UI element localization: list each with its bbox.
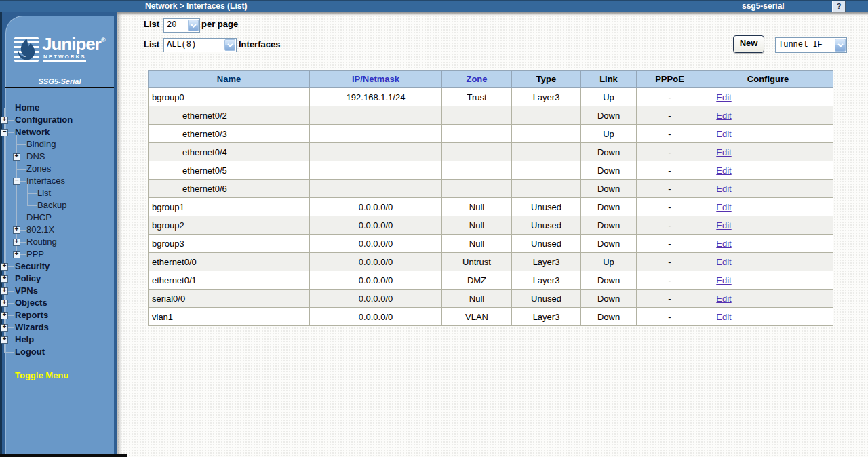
toggle-menu-link[interactable]: Toggle Menu xyxy=(15,370,68,380)
configure-blank-cell xyxy=(745,180,833,198)
sidebar-item-list[interactable]: List xyxy=(0,187,117,199)
expander-icon[interactable] xyxy=(1,336,8,344)
type-cell xyxy=(512,125,581,143)
ip-netmask-sort-link[interactable]: IP/Netmask xyxy=(352,74,399,84)
interface-filter-select[interactable]: ALL(8) xyxy=(163,38,237,52)
juniper-flame-icon xyxy=(14,37,39,62)
list-per-page-label: List xyxy=(144,19,159,29)
ip-netmask-cell: 0.0.0.0/0 xyxy=(310,235,442,253)
edit-link[interactable]: Edit xyxy=(716,275,731,285)
configure-cell: Edit xyxy=(703,143,745,161)
table-row-serial0-0: serial0/0 0.0.0.0/0 Null Unused Down - E… xyxy=(149,290,833,308)
interface-name-cell: ethernet0/3 xyxy=(149,125,310,143)
per-page-select[interactable]: 20 xyxy=(163,18,200,33)
sidebar-item-binding[interactable]: Binding xyxy=(0,138,117,151)
edit-link[interactable]: Edit xyxy=(716,257,731,267)
column-header-zone: Zone xyxy=(442,71,512,88)
type-cell: Layer3 xyxy=(512,271,581,290)
configure-blank-cell xyxy=(745,198,833,216)
sidebar-item-policy[interactable]: Policy xyxy=(0,273,117,285)
edit-link[interactable]: Edit xyxy=(716,220,731,231)
expander-icon[interactable] xyxy=(13,226,20,234)
configure-cell: Edit xyxy=(703,106,745,125)
link-status-cell: Down xyxy=(581,216,637,235)
chevron-down-icon xyxy=(224,39,235,51)
edit-link[interactable]: Edit xyxy=(716,165,731,176)
help-icon[interactable]: ? xyxy=(832,1,846,12)
configure-cell: Edit xyxy=(703,290,745,308)
interface-filter-value: ALL(8) xyxy=(167,40,223,49)
zone-cell xyxy=(442,106,512,125)
tunnel-if-select[interactable]: Tunnel IF xyxy=(775,37,847,53)
expander-icon[interactable] xyxy=(13,251,20,258)
expander-icon[interactable] xyxy=(13,239,20,246)
type-cell: Unused xyxy=(512,290,581,308)
link-status-cell: Down xyxy=(581,290,637,308)
expander-icon[interactable] xyxy=(1,287,8,295)
interface-name-cell: bgroup3 xyxy=(149,235,310,253)
sidebar-item-home[interactable]: Home xyxy=(0,102,117,114)
expander-icon[interactable] xyxy=(13,153,20,161)
expander-icon[interactable] xyxy=(1,300,8,307)
sidebar: Juniper® NETWORKS SSG5-Serial Home Confi… xyxy=(0,12,117,457)
link-status-cell: Down xyxy=(581,198,637,216)
configure-blank-cell xyxy=(745,271,833,290)
interface-name-cell: ethernet0/1 xyxy=(149,271,310,290)
brand-networks: NETWORKS xyxy=(43,54,86,62)
type-cell xyxy=(512,143,581,161)
configure-cell: Edit xyxy=(703,308,745,326)
expander-icon[interactable] xyxy=(1,129,8,136)
edit-link[interactable]: Edit xyxy=(716,184,731,194)
link-status-cell: Down xyxy=(581,271,637,290)
ip-netmask-cell xyxy=(310,161,442,180)
sidebar-item-zones[interactable]: Zones xyxy=(0,163,117,175)
sidebar-item-ppp[interactable]: PPP xyxy=(0,248,117,260)
ip-netmask-cell xyxy=(310,125,442,143)
zone-cell xyxy=(442,161,512,180)
zone-cell: Untrust xyxy=(442,253,512,271)
sidebar-item-dns[interactable]: DNS xyxy=(0,151,117,163)
edit-link[interactable]: Edit xyxy=(716,147,731,157)
pppoe-cell: - xyxy=(637,143,703,161)
link-status-cell: Up xyxy=(581,125,637,143)
interface-name-cell: ethernet0/5 xyxy=(149,161,310,180)
expander-icon[interactable] xyxy=(1,324,8,332)
column-header-configure: Configure xyxy=(703,71,833,88)
interface-name-cell: ethernet0/0 xyxy=(149,253,310,271)
sidebar-item-reports[interactable]: Reports xyxy=(0,309,117,321)
edit-link[interactable]: Edit xyxy=(716,312,731,322)
sidebar-item-interfaces[interactable]: Interfaces xyxy=(0,175,117,187)
breadcrumb: Network > Interfaces (List) xyxy=(145,1,247,11)
new-button[interactable]: New xyxy=(733,35,764,53)
configure-blank-cell xyxy=(745,308,833,326)
expander-icon[interactable] xyxy=(1,275,8,283)
sidebar-item-network[interactable]: Network xyxy=(0,126,117,138)
configure-cell: Edit xyxy=(703,88,745,106)
expander-icon[interactable] xyxy=(1,263,8,271)
edit-link[interactable]: Edit xyxy=(716,92,731,102)
edit-link[interactable]: Edit xyxy=(716,202,731,212)
table-row-ethernet0-0: ethernet0/0 0.0.0.0/0 Untrust Layer3 Up … xyxy=(149,253,833,271)
sidebar-item-dhcp[interactable]: DHCP xyxy=(0,212,117,224)
expander-icon[interactable] xyxy=(13,178,20,185)
sidebar-item-vpns[interactable]: VPNs xyxy=(0,285,117,297)
sidebar-item-8021x[interactable]: 802.1X xyxy=(0,224,117,236)
expander-icon[interactable] xyxy=(1,117,8,124)
sidebar-item-routing[interactable]: Routing xyxy=(0,236,117,248)
sidebar-item-help[interactable]: Help xyxy=(0,334,117,346)
expander-icon[interactable] xyxy=(1,312,8,319)
zone-sort-link[interactable]: Zone xyxy=(466,74,487,84)
sidebar-item-configuration[interactable]: Configuration xyxy=(0,114,117,126)
sidebar-item-backup[interactable]: Backup xyxy=(0,199,117,212)
edit-link[interactable]: Edit xyxy=(716,111,731,121)
sidebar-item-logout[interactable]: Logout xyxy=(0,346,117,358)
type-cell xyxy=(512,161,581,180)
sidebar-item-security[interactable]: Security xyxy=(0,260,117,273)
edit-link[interactable]: Edit xyxy=(716,294,731,304)
sidebar-item-objects[interactable]: Objects xyxy=(0,297,117,309)
type-cell: Layer3 xyxy=(512,253,581,271)
sidebar-item-wizards[interactable]: Wizards xyxy=(0,321,117,334)
chevron-down-icon xyxy=(835,39,846,52)
edit-link[interactable]: Edit xyxy=(716,239,731,249)
edit-link[interactable]: Edit xyxy=(716,129,731,139)
